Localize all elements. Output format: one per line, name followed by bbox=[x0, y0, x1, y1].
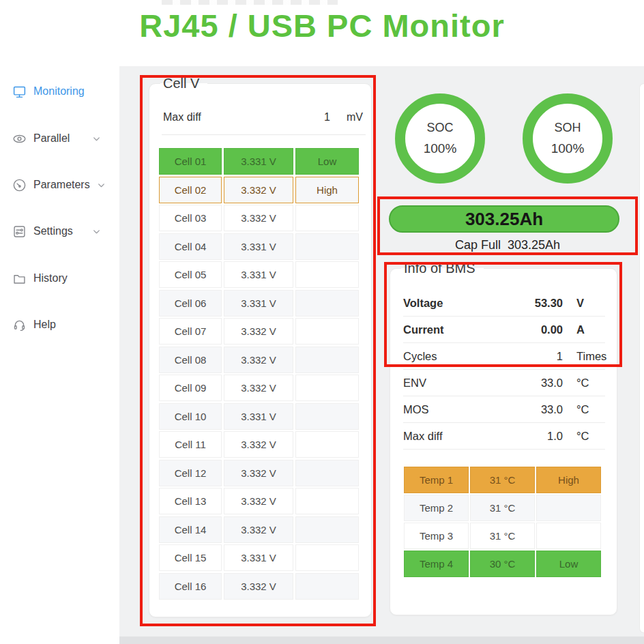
cell-status bbox=[295, 290, 359, 317]
bms-row-value: 33.0 bbox=[541, 403, 563, 416]
cell-name: Cell 06 bbox=[159, 290, 222, 317]
cell-voltage: 3.331 V bbox=[224, 261, 293, 288]
temp-status bbox=[536, 523, 601, 549]
capacity-caption: Cap Full 303.25Ah bbox=[377, 238, 638, 252]
sidebar-item-parallel[interactable]: Parallel bbox=[12, 130, 101, 147]
cell-status bbox=[295, 431, 359, 458]
bms-row-value: 33.0 bbox=[541, 377, 563, 390]
cell-voltage: 3.331 V bbox=[224, 544, 293, 571]
sidebar-item-label: Settings bbox=[33, 225, 73, 237]
cell-row: Cell 15 3.331 V bbox=[159, 544, 359, 571]
cell-name: Cell 11 bbox=[159, 431, 222, 458]
cell-voltage: 3.332 V bbox=[224, 460, 293, 486]
bms-info-row: Current 0.00 A bbox=[403, 317, 605, 343]
cell-voltage: 3.332 V bbox=[224, 375, 293, 401]
sidebar-item-monitoring[interactable]: Monitoring bbox=[12, 83, 101, 100]
bms-row-label: ENV bbox=[403, 377, 541, 390]
capacity-pill: 303.25Ah bbox=[389, 205, 619, 233]
cell-voltage: 3.331 V bbox=[224, 233, 293, 260]
bms-info-row: Max diff 1.0 °C bbox=[403, 423, 605, 450]
panel-legend: Info of BMS bbox=[401, 259, 484, 278]
sidebar-item-label: Monitoring bbox=[33, 85, 85, 98]
sidebar-item-parameters[interactable]: Parameters bbox=[12, 177, 101, 193]
cell-row: Cell 10 3.331 V bbox=[159, 403, 359, 430]
cell-status: Low bbox=[295, 148, 359, 175]
chevron-down-icon bbox=[92, 134, 101, 143]
max-diff-unit: mV bbox=[347, 111, 363, 123]
folder-icon bbox=[12, 272, 27, 286]
bms-row-label: MOS bbox=[403, 403, 541, 416]
cell-voltage-panel: Cell V Max diff 1 mV Cell 01 3.331 V Low… bbox=[149, 83, 372, 617]
temp-row: Temp 1 31 °C High bbox=[404, 467, 601, 493]
sidebar-item-label: Parallel bbox=[33, 132, 70, 145]
max-diff-label: Max diff bbox=[163, 111, 201, 123]
temp-status bbox=[536, 495, 601, 521]
cell-row: Cell 03 3.332 V bbox=[159, 205, 359, 231]
bms-row-value: 0.00 bbox=[541, 323, 563, 336]
cell-row: Cell 04 3.331 V bbox=[159, 233, 359, 260]
bms-row-unit: V bbox=[576, 297, 605, 310]
bms-row-label: Current bbox=[403, 323, 541, 336]
cell-row: Cell 07 3.332 V bbox=[159, 318, 359, 345]
cell-name: Cell 03 bbox=[159, 205, 222, 231]
sidebar-item-settings[interactable]: Settings bbox=[12, 223, 101, 239]
cap-full-value: 303.25Ah bbox=[508, 238, 560, 252]
cell-voltage: 3.332 V bbox=[224, 573, 293, 600]
cell-voltage: 3.332 V bbox=[224, 431, 293, 458]
cell-status bbox=[295, 347, 359, 373]
cell-status bbox=[295, 460, 359, 486]
sidebar: Monitoring Parallel Parameters bbox=[0, 66, 119, 644]
sidebar-item-help[interactable]: Help bbox=[12, 317, 101, 333]
temp-row: Temp 3 31 °C bbox=[404, 523, 601, 549]
temp-row: Temp 2 31 °C bbox=[404, 495, 601, 521]
cell-row: Cell 12 3.332 V bbox=[159, 460, 359, 486]
cell-name: Cell 10 bbox=[159, 403, 222, 430]
cell-status bbox=[295, 375, 359, 401]
cell-row: Cell 11 3.332 V bbox=[159, 431, 359, 458]
cell-row: Cell 01 3.331 V Low bbox=[159, 148, 359, 175]
cell-name: Cell 09 bbox=[159, 375, 222, 401]
bms-monitor-window: RJ45 / USB PC Monitor Monitoring Paralle… bbox=[0, 0, 644, 644]
cell-voltage: 3.331 V bbox=[224, 148, 293, 175]
headset-icon bbox=[12, 318, 27, 332]
cell-status bbox=[295, 488, 359, 514]
cell-name: Cell 01 bbox=[159, 148, 222, 175]
cell-voltage: 3.332 V bbox=[224, 516, 293, 543]
cell-status: High bbox=[295, 177, 359, 203]
cell-row: Cell 13 3.332 V bbox=[159, 488, 359, 514]
temp-name: Temp 2 bbox=[404, 495, 469, 521]
bms-row-unit: Times bbox=[576, 350, 605, 363]
cell-voltage: 3.332 V bbox=[224, 177, 293, 203]
cell-row: Cell 05 3.331 V bbox=[159, 261, 359, 288]
temp-status: Low bbox=[536, 551, 601, 577]
temp-name: Temp 3 bbox=[404, 523, 469, 549]
sidebar-item-history[interactable]: History bbox=[12, 270, 101, 287]
bms-row-label: Voltage bbox=[403, 297, 535, 310]
temp-value: 31 °C bbox=[470, 467, 535, 493]
bms-row-unit: °C bbox=[576, 430, 605, 443]
bms-row-label: Cycles bbox=[403, 350, 557, 363]
bms-info-row: ENV 33.0 °C bbox=[403, 370, 605, 396]
cell-row: Cell 09 3.332 V bbox=[159, 375, 359, 401]
divider bbox=[162, 134, 366, 135]
cell-status bbox=[295, 544, 359, 571]
temp-row: Temp 4 30 °C Low bbox=[404, 551, 601, 577]
soh-value: 100% bbox=[551, 141, 585, 156]
cropped-text-fragment bbox=[162, 0, 338, 5]
bms-row-unit: °C bbox=[576, 403, 605, 416]
bms-row-unit: A bbox=[576, 323, 605, 336]
max-diff-row: Max diff 1 mV bbox=[163, 111, 363, 123]
chevron-down-icon bbox=[97, 181, 106, 190]
temp-value: 31 °C bbox=[470, 523, 535, 549]
cell-status bbox=[295, 205, 359, 231]
cell-voltage: 3.332 V bbox=[224, 488, 293, 514]
bms-row-value: 53.30 bbox=[535, 297, 563, 310]
sliders-icon bbox=[12, 224, 27, 239]
bms-row-unit: °C bbox=[576, 377, 605, 390]
temp-value: 31 °C bbox=[470, 495, 535, 521]
temp-status: High bbox=[536, 467, 601, 493]
cell-status bbox=[295, 233, 359, 260]
cell-row: Cell 08 3.332 V bbox=[159, 347, 359, 373]
sidebar-item-label: Parameters bbox=[33, 179, 90, 191]
cell-name: Cell 05 bbox=[159, 261, 222, 288]
